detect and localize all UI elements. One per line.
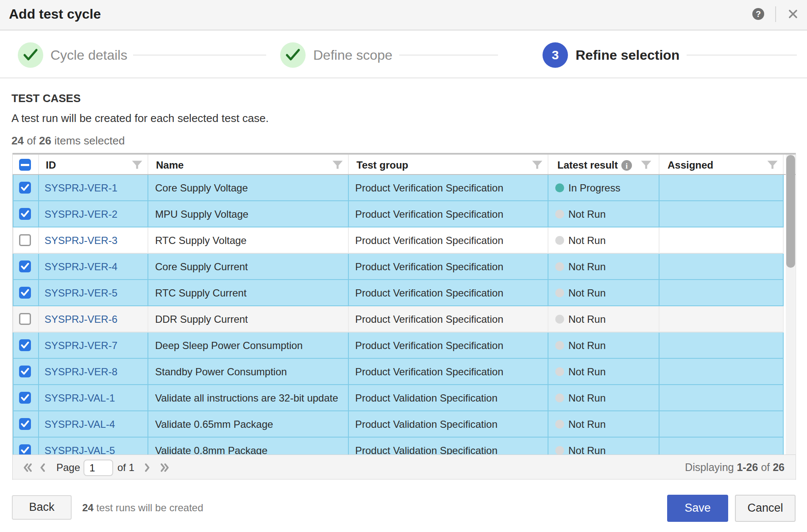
svg-text:i: i	[626, 162, 628, 170]
